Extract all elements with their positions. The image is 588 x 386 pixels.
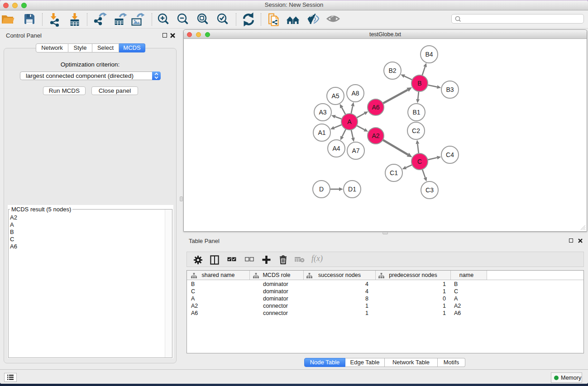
svg-text:C: C (417, 158, 422, 165)
svg-text:C1: C1 (390, 169, 398, 176)
svg-text:B4: B4 (425, 51, 433, 58)
svg-text:A2: A2 (372, 132, 379, 139)
svg-text:C2: C2 (412, 127, 420, 134)
svg-text:A: A (347, 118, 352, 125)
svg-text:B: B (417, 80, 421, 87)
svg-text:A1: A1 (318, 129, 325, 136)
svg-text:C3: C3 (425, 186, 434, 194)
svg-text:A6: A6 (372, 104, 379, 111)
svg-text:C4: C4 (446, 151, 454, 158)
svg-text:A8: A8 (351, 90, 359, 97)
svg-text:B3: B3 (446, 86, 454, 93)
svg-text:D1: D1 (348, 186, 356, 193)
svg-text:A5: A5 (331, 92, 339, 100)
svg-text:B1: B1 (412, 109, 420, 116)
svg-text:D: D (319, 186, 324, 193)
svg-text:A7: A7 (352, 147, 359, 154)
svg-text:A3: A3 (319, 109, 326, 116)
svg-text:B2: B2 (388, 67, 396, 74)
svg-text:A4: A4 (332, 145, 340, 152)
